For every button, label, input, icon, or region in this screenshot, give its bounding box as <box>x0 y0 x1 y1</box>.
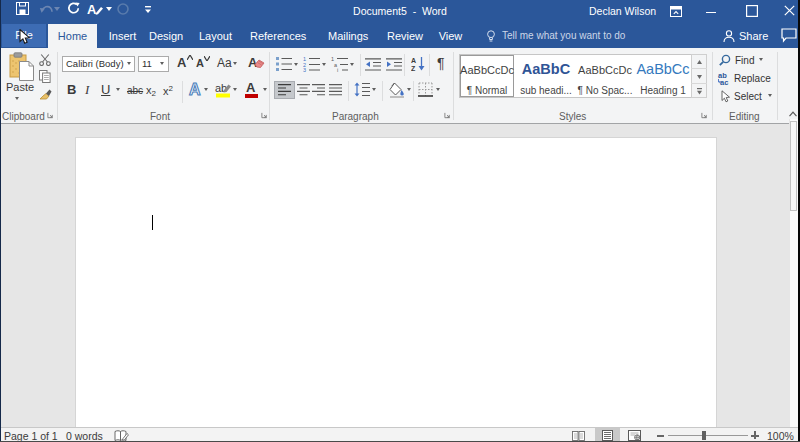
svg-text:A: A <box>411 57 416 64</box>
svg-text:A: A <box>189 81 201 97</box>
svg-text:ab: ab <box>215 82 227 94</box>
svg-text:Z: Z <box>411 65 416 71</box>
svg-text:3: 3 <box>303 67 306 72</box>
svg-text:ac: ac <box>720 78 728 85</box>
svg-text:i: i <box>337 67 338 72</box>
